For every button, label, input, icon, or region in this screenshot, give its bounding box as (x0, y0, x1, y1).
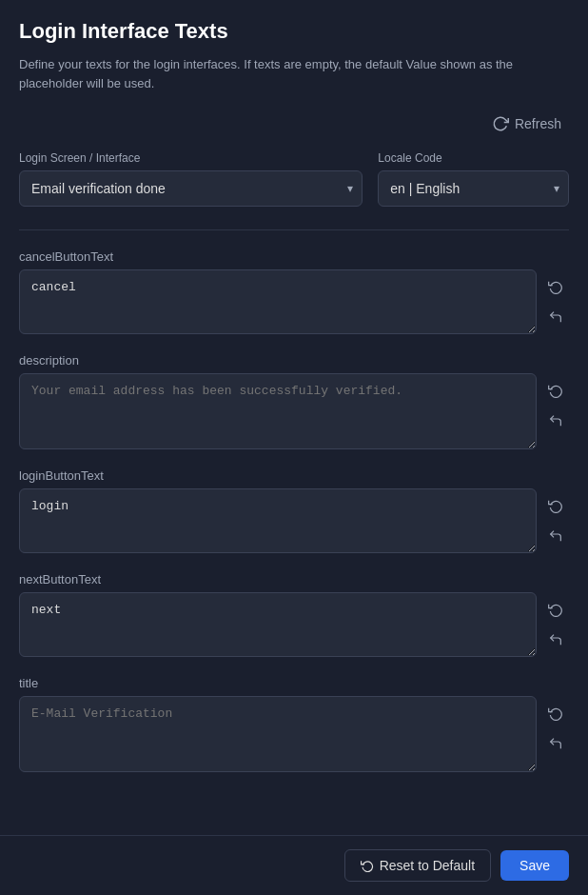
field-undo-button-loginButtonText[interactable] (542, 523, 569, 549)
locale-code-group: Locale Code en | English de | German fr … (378, 151, 569, 207)
field-label-cancelButtonText: cancelButtonText (19, 249, 569, 264)
save-button[interactable]: Save (500, 850, 569, 881)
field-group-nextButtonText: nextButtonText (19, 572, 569, 657)
undo-icon (548, 413, 563, 428)
page-title: Login Interface Texts (19, 19, 569, 44)
field-undo-button-title[interactable] (542, 730, 569, 757)
history-icon (548, 383, 563, 398)
locale-code-label: Locale Code (378, 151, 569, 165)
reset-to-default-button[interactable]: Reset to Default (344, 849, 491, 882)
undo-icon (548, 632, 563, 647)
login-screen-label: Login Screen / Interface (19, 151, 363, 165)
field-history-button-nextButtonText[interactable] (542, 596, 569, 623)
field-history-button-title[interactable] (542, 700, 569, 726)
field-textarea-loginButtonText[interactable] (19, 488, 537, 553)
history-icon (548, 706, 563, 721)
undo-icon (548, 528, 563, 544)
reset-icon (361, 859, 374, 872)
field-textarea-cancelButtonText[interactable] (19, 269, 537, 334)
field-label-description: description (19, 353, 569, 368)
field-group-description: description (19, 353, 569, 449)
field-label-title: title (19, 676, 569, 690)
field-textarea-description[interactable] (19, 373, 537, 449)
field-label-nextButtonText: nextButtonText (19, 572, 569, 587)
field-history-button-description[interactable] (542, 377, 569, 404)
login-screen-group: Login Screen / Interface Email verificat… (19, 151, 363, 207)
refresh-button[interactable]: Refresh (484, 111, 569, 136)
field-history-button-cancelButtonText[interactable] (542, 273, 569, 300)
refresh-icon (492, 115, 509, 132)
footer: Reset to Default Save (0, 835, 588, 895)
undo-icon (548, 309, 563, 325)
field-group-cancelButtonText: cancelButtonText (19, 249, 569, 334)
history-icon (548, 602, 563, 617)
undo-icon (548, 736, 563, 751)
field-history-button-loginButtonText[interactable] (542, 492, 569, 519)
page-description: Define your texts for the login interfac… (19, 55, 569, 92)
field-group-loginButtonText: loginButtonText (19, 468, 569, 553)
locale-code-select[interactable]: en | English de | German fr | French es … (378, 170, 569, 207)
field-textarea-nextButtonText[interactable] (19, 592, 537, 657)
history-icon (548, 498, 563, 513)
field-group-title: title (19, 676, 569, 772)
field-label-loginButtonText: loginButtonText (19, 468, 569, 483)
field-undo-button-description[interactable] (542, 408, 569, 434)
field-textarea-title[interactable] (19, 696, 537, 772)
field-undo-button-nextButtonText[interactable] (542, 626, 569, 653)
history-icon (548, 279, 563, 294)
field-undo-button-cancelButtonText[interactable] (542, 304, 569, 330)
divider (19, 229, 569, 230)
login-screen-select[interactable]: Email verification done Login Register F… (19, 170, 363, 207)
